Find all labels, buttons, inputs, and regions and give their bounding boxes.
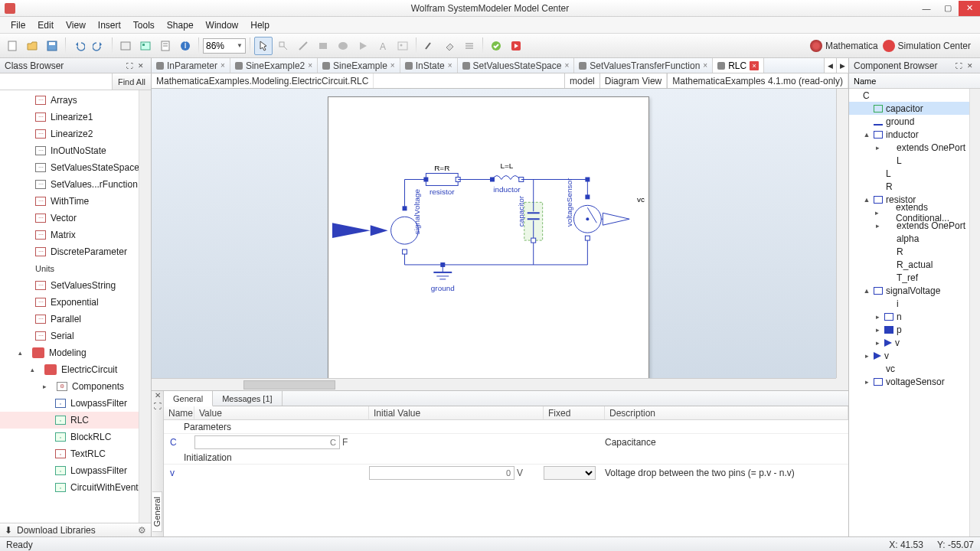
line-tool[interactable] — [294, 37, 312, 55]
tab-general[interactable]: General — [164, 391, 213, 406]
download-libraries[interactable]: ⬇ Download Libraries ⚙ — [0, 523, 151, 536]
component-item[interactable]: ▸n — [849, 310, 980, 323]
scrollbar-v[interactable] — [836, 89, 848, 378]
component-item[interactable]: ▸v — [849, 349, 980, 362]
param-v-init[interactable] — [369, 466, 514, 480]
panel-close-icon[interactable]: ✕ — [965, 60, 975, 71]
line-style-button[interactable] — [420, 37, 439, 55]
component-item[interactable]: ▸v — [849, 336, 980, 349]
menu-tools[interactable]: Tools — [127, 18, 161, 33]
expand-icon[interactable]: ▲ — [863, 287, 871, 295]
menu-help[interactable]: Help — [244, 18, 276, 33]
component-item[interactable]: alpha — [849, 232, 980, 245]
tree-item-modeling[interactable]: ▴Modeling — [0, 344, 151, 361]
polygon-tool[interactable] — [354, 37, 372, 55]
component-item[interactable]: R — [849, 180, 980, 193]
save-button[interactable] — [43, 37, 61, 55]
expand-icon[interactable]: ▲ — [863, 131, 871, 139]
component-item[interactable]: vc — [849, 362, 980, 375]
scrollbar-h[interactable] — [152, 378, 836, 390]
props-pin-icon[interactable]: ⛶ — [154, 402, 162, 412]
tree-item[interactable]: ⋯SetValuesString — [0, 277, 151, 294]
component-item[interactable]: ▸p — [849, 323, 980, 336]
param-c-value[interactable] — [194, 435, 340, 449]
component-item[interactable]: ground — [849, 115, 980, 128]
props-side-tab[interactable]: General — [152, 491, 162, 532]
panel-close-icon[interactable]: ✕ — [136, 60, 146, 71]
component-item[interactable]: R — [849, 245, 980, 258]
tab-close-icon[interactable]: × — [564, 61, 569, 70]
component-tree[interactable]: Ccapacitorground▲inductor▸extends OnePor… — [849, 89, 980, 536]
doc-tab[interactable]: RLC× — [713, 58, 764, 73]
expand-icon[interactable]: ▸ — [874, 222, 881, 230]
tree-item[interactable]: ▫BlockRLC — [0, 429, 151, 445]
tree-item[interactable]: ⋯Matrix — [0, 227, 151, 243]
expand-icon[interactable]: ▸ — [874, 313, 881, 321]
tree-item[interactable]: ⋯Serial — [0, 328, 151, 344]
menu-window[interactable]: Window — [200, 18, 245, 33]
component-item[interactable]: ▸extends OnePort — [849, 219, 980, 232]
class-tree[interactable]: ⋯Arrays⋯Linearize1⋯Linearize2⋯InOutNoSta… — [0, 90, 151, 523]
param-v-fixed[interactable] — [544, 466, 596, 480]
doc-tab[interactable]: SineExample2× — [230, 58, 318, 73]
pointer-tool[interactable] — [254, 37, 273, 55]
model-path[interactable]: MathematicaExamples.Modeling.ElectricCir… — [152, 73, 374, 88]
validate-button[interactable] — [487, 37, 505, 55]
expand-icon[interactable]: ▸ — [874, 326, 881, 334]
tab-close-icon[interactable]: × — [448, 61, 452, 70]
tree-item[interactable]: ⋯Parallel — [0, 311, 151, 328]
tree-item[interactable]: ▫LowpassFilter — [0, 462, 151, 479]
align-button[interactable] — [460, 37, 479, 55]
ellipse-tool[interactable] — [334, 37, 352, 55]
doc-tab[interactable]: SetValuesTransferFunction× — [574, 58, 713, 73]
expand-icon[interactable]: ▸ — [43, 383, 51, 390]
menu-view[interactable]: View — [60, 18, 92, 33]
panel-pin-icon[interactable]: ⛶ — [953, 60, 964, 71]
component-item[interactable]: T_ref — [849, 271, 980, 284]
panel-pin-icon[interactable]: ⛶ — [124, 60, 135, 71]
doc-tab[interactable]: SetValuesStateSpace× — [458, 58, 575, 73]
mathematica-link[interactable]: Mathematica — [810, 40, 878, 52]
simulate-button[interactable] — [507, 37, 525, 55]
expand-icon[interactable]: ▸ — [874, 209, 881, 217]
text-view-button[interactable] — [156, 37, 175, 55]
scrollbar[interactable] — [139, 90, 151, 523]
tab-next-button[interactable]: ▶ — [836, 58, 848, 73]
undo-button[interactable] — [70, 37, 88, 55]
menu-insert[interactable]: Insert — [92, 18, 127, 33]
component-item[interactable]: L — [849, 154, 980, 167]
expand-icon[interactable]: ▸ — [874, 144, 881, 152]
tree-item[interactable]: ⋯Vector — [0, 210, 151, 227]
tab-close-icon[interactable]: × — [220, 61, 225, 70]
component-item[interactable]: ▸extends OnePort — [849, 141, 980, 154]
expand-icon[interactable]: ▲ — [863, 196, 871, 204]
text-tool[interactable]: A — [374, 37, 392, 55]
expand-icon[interactable]: ▸ — [863, 352, 871, 360]
doc-tab[interactable]: InState× — [400, 58, 458, 73]
connect-tool[interactable] — [274, 37, 292, 55]
tab-close-icon[interactable]: × — [703, 61, 707, 70]
tree-item-electric[interactable]: ▴ElectricCircuit — [0, 361, 151, 378]
tree-item[interactable]: ⋯Exponential — [0, 294, 151, 311]
component-item[interactable]: ▸voltageSensor — [849, 375, 980, 388]
tree-item[interactable]: ⋯Arrays — [0, 92, 151, 109]
expand-icon[interactable]: ▴ — [18, 349, 26, 357]
diagram-view-button[interactable] — [136, 37, 155, 55]
menu-file[interactable]: File — [5, 18, 31, 33]
image-tool[interactable] — [394, 37, 412, 55]
tab-prev-button[interactable]: ◀ — [824, 58, 836, 73]
gear-icon[interactable]: ⚙ — [138, 525, 146, 536]
tree-item[interactable]: ⋯SetValuesStateSpace — [0, 159, 151, 176]
tree-item[interactable]: ▫CircuitWithEvent — [0, 479, 151, 496]
menu-edit[interactable]: Edit — [31, 18, 60, 33]
menu-shape[interactable]: Shape — [161, 18, 200, 33]
view-mode[interactable]: Diagram View — [599, 73, 667, 88]
scrollbar[interactable] — [969, 89, 980, 536]
component-item[interactable]: ▲signalVoltage — [849, 284, 980, 297]
simulation-center-link[interactable]: Simulation Center — [883, 40, 971, 52]
fill-style-button[interactable] — [440, 37, 459, 55]
class-search-input[interactable] — [0, 73, 112, 90]
component-item[interactable]: R_actual — [849, 258, 980, 271]
zoom-combo[interactable]: 86%▼ — [203, 38, 246, 54]
open-button[interactable] — [23, 37, 41, 55]
